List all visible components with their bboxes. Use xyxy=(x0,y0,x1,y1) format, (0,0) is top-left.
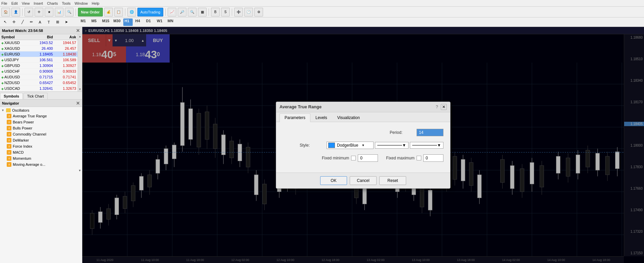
tb-buy-btn[interactable]: B xyxy=(211,8,220,16)
autotrading-button[interactable]: AutoTrading xyxy=(137,8,164,16)
tb-connect-btn[interactable]: 🌐 xyxy=(127,8,136,16)
color-selector[interactable]: DodgerBlue ▼ xyxy=(327,142,374,149)
tb2-fib-btn[interactable]: ⊞ xyxy=(54,18,61,26)
tb-crosshair-btn[interactable]: ✛ xyxy=(35,8,43,16)
tb-trade-btn[interactable]: 💰 xyxy=(104,8,113,16)
tf-mn[interactable]: MN xyxy=(166,18,176,26)
nav-item-commodity-channel[interactable]: f Commodity Channel xyxy=(0,131,82,137)
tb-home-btn[interactable]: 🏠 xyxy=(1,8,10,16)
tf-m5[interactable]: M5 xyxy=(90,18,99,26)
tf-w1[interactable]: W1 xyxy=(156,18,165,26)
nav-item-bulls-power[interactable]: f Bulls Power xyxy=(0,125,82,131)
fixed-max-checkbox[interactable] xyxy=(417,156,421,160)
tb-indicators-btn[interactable]: 📈 xyxy=(168,8,176,16)
dialog-help-button[interactable]: ? xyxy=(436,105,438,109)
chart-area[interactable]: ▶ EURUSD,H1 1.18350 1.18408 1.18350 1.18… xyxy=(82,27,644,263)
dialog-tab-parameters[interactable]: Parameters xyxy=(280,113,310,122)
nav-item-force-index[interactable]: f Force Index xyxy=(0,143,82,149)
market-watch-row[interactable]: ◆XAUUSD 1943.52 1944.57 xyxy=(0,40,78,46)
menu-tools[interactable]: Tools xyxy=(62,1,71,5)
tb-profile-btn[interactable]: 👤 xyxy=(11,8,20,16)
nav-scroll-down-icon[interactable]: ▼ xyxy=(78,169,81,172)
scroll-down-icon[interactable]: ▼ xyxy=(79,88,81,91)
dialog-tab-visualization[interactable]: Visualization xyxy=(332,113,365,122)
tb-clock-btn[interactable]: 🕐 xyxy=(244,8,253,16)
market-watch-close[interactable]: ✕ xyxy=(76,28,80,33)
tb2-line-btn[interactable]: ╱ xyxy=(19,18,26,26)
dialog-ok-button[interactable]: OK xyxy=(320,176,347,185)
tb2-label-btn[interactable]: T xyxy=(45,18,52,26)
market-watch-row[interactable]: ◆XAGUSD 26.400 26.457 xyxy=(0,46,78,51)
line-style-selector-2[interactable]: ▼ xyxy=(410,142,443,149)
dialog-tabs: Parameters Levels Visualization xyxy=(276,112,450,122)
fixed-min-input[interactable] xyxy=(358,154,378,162)
mw-bid: 0.71715 xyxy=(31,74,54,80)
fixed-min-group: Fixed minimum xyxy=(322,154,378,162)
tab-tick-chart[interactable]: Tick Chart xyxy=(24,93,48,99)
tb2-text-btn[interactable]: A xyxy=(36,18,44,26)
tb-zoom-in-btn[interactable]: 🔎 xyxy=(178,8,186,16)
tb-grid-btn[interactable]: ▦ xyxy=(198,8,207,16)
mw-symbol-name: ◆GBPUSD xyxy=(0,63,31,69)
style-row: Style: DodgerBlue ▼ ▼ xyxy=(283,142,443,149)
menu-window[interactable]: Window xyxy=(75,1,88,5)
tb-chart-btn[interactable]: 📊 xyxy=(55,8,63,16)
line-style-selector-1[interactable]: ▼ xyxy=(375,142,409,149)
market-watch-row[interactable]: ◆AUDUSD 0.71715 0.71741 xyxy=(0,74,78,80)
tab-symbols[interactable]: Symbols xyxy=(0,93,23,99)
tb-settings-btn[interactable]: ⚙ xyxy=(254,8,263,16)
market-watch-row[interactable]: ◆EURUSD 1.18405 1.18430 xyxy=(0,51,78,57)
nav-folder-oscillators[interactable]: ▼ Oscillators xyxy=(0,108,82,113)
menu-help[interactable]: Help xyxy=(92,1,99,5)
dialog-reset-button[interactable]: Reset xyxy=(379,176,406,185)
tf-h1[interactable]: H1 xyxy=(123,18,133,26)
period-input[interactable] xyxy=(417,129,443,136)
menu-insert[interactable]: Insert xyxy=(34,1,43,5)
nav-item-moving-average[interactable]: f Moving Average o... xyxy=(0,161,82,167)
tf-d1[interactable]: D1 xyxy=(145,18,154,26)
tf-h4[interactable]: H4 xyxy=(134,18,143,26)
market-watch-row[interactable]: ◆GBPUSD 1.30904 1.30927 xyxy=(0,63,78,69)
nav-item-macd[interactable]: f MACD xyxy=(0,149,82,155)
line-preview-1 xyxy=(377,145,402,146)
menu-file[interactable]: File xyxy=(1,1,7,5)
dialog-tab-levels[interactable]: Levels xyxy=(310,113,332,122)
fixed-max-input[interactable] xyxy=(423,154,443,162)
sym-icon: ◆ xyxy=(1,47,4,50)
nav-item-bears-power[interactable]: f Bears Power xyxy=(0,119,82,125)
menu-view[interactable]: View xyxy=(22,1,30,5)
mw-scrollbar[interactable]: ▲ ▼ xyxy=(78,34,82,91)
nav-item-demarker[interactable]: f DeMarker xyxy=(0,137,82,143)
tb-zoom-btn[interactable]: 🔍 xyxy=(65,8,74,16)
tf-m15[interactable]: M15 xyxy=(101,18,111,26)
scroll-up-icon[interactable]: ▲ xyxy=(79,35,81,38)
nav-item-atr[interactable]: f Average True Range xyxy=(0,113,82,119)
tb-sell-btn2[interactable]: S xyxy=(221,8,230,16)
tf-m30[interactable]: M30 xyxy=(112,18,122,26)
dialog-cancel-button[interactable]: Cancel xyxy=(350,176,377,185)
tf-m1[interactable]: M1 xyxy=(79,18,89,26)
navigator-close[interactable]: ✕ xyxy=(76,101,80,106)
toolbar2: ↖ ✛ ╱ ✏ A T ⊞ ➤ M1 M5 M15 M30 H1 H4 D1 W… xyxy=(0,17,644,27)
menu-edit[interactable]: Edit xyxy=(11,1,18,5)
dialog-close-button[interactable]: ✕ xyxy=(441,104,447,110)
tb2-pen-btn[interactable]: ✏ xyxy=(28,18,35,26)
market-watch-row[interactable]: ◆USDCAD 1.32641 1.32673 xyxy=(0,86,78,91)
tb2-crosshair-btn[interactable]: ✛ xyxy=(10,18,17,26)
tb-zoom-out-btn[interactable]: 🔍 xyxy=(188,8,197,16)
nav-icon-demarker: f xyxy=(7,138,11,143)
tb-history-btn[interactable]: 📋 xyxy=(114,8,123,16)
tb2-arrow-btn[interactable]: ➤ xyxy=(62,18,70,26)
navigator-content[interactable]: ▼ Oscillators f Average True Range f Bea… xyxy=(0,107,82,263)
tb-star-btn[interactable]: ★ xyxy=(45,8,53,16)
new-order-button[interactable]: New Order xyxy=(78,8,103,16)
tb2-cursor-btn[interactable]: ↖ xyxy=(1,18,9,26)
menu-charts[interactable]: Charts xyxy=(47,1,58,5)
market-watch-row[interactable]: ◆USDCHF 0.90909 0.90933 xyxy=(0,69,78,74)
nav-item-momentum[interactable]: f Momentum xyxy=(0,155,82,161)
tb-refresh-btn[interactable]: ↺ xyxy=(25,8,33,16)
market-watch-row[interactable]: ◆NZDUSD 0.65427 0.65452 xyxy=(0,80,78,86)
tb-add-btn[interactable]: ➕ xyxy=(234,8,243,16)
market-watch-row[interactable]: ◆USDJPY 106.561 106.589 xyxy=(0,57,78,63)
fixed-min-checkbox[interactable] xyxy=(351,156,356,160)
